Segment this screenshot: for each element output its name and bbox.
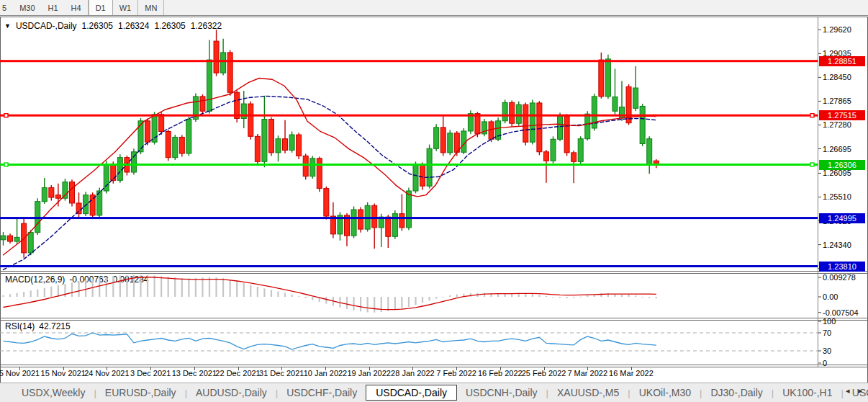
tab-scroll-left-icon[interactable]: ◂	[846, 386, 850, 396]
chart-tab-uk100-[interactable]: UK100-,H1	[774, 385, 841, 400]
macd-histogram-bar	[546, 296, 547, 297]
macd-histogram-bar	[181, 278, 183, 297]
candle	[42, 178, 47, 204]
macd-histogram-bar	[642, 297, 643, 298]
macd-tick-label: -0.007504	[823, 308, 859, 317]
tab-scroll-right-icon[interactable]: ▸	[858, 386, 862, 396]
horizontal-level-line[interactable]	[0, 164, 818, 166]
date-label: 10 Jan 2022	[304, 369, 348, 378]
candle	[8, 233, 13, 244]
macd-histogram-bar	[387, 297, 389, 311]
candle	[399, 195, 404, 231]
horizontal-level-line[interactable]	[0, 60, 818, 62]
date-label: 28 Jan 2022	[391, 369, 435, 378]
candle	[338, 212, 343, 241]
timeframe-button-m30[interactable]: M30	[13, 0, 41, 15]
chart-tab-xauusd-[interactable]: XAUUSD-,M5	[548, 385, 628, 400]
candle	[516, 102, 521, 126]
candle	[35, 198, 40, 235]
candle	[303, 154, 308, 180]
macd-histogram-bar	[154, 275, 155, 297]
timeframe-button-mn[interactable]: MN	[138, 0, 163, 15]
chart-tab-usdx[interactable]: USDX,Weekly	[13, 385, 94, 400]
chart-tab-usdcnh-[interactable]: USDCNH-,Daily	[457, 385, 546, 400]
rsi-chart-canvas[interactable]	[0, 320, 868, 365]
date-label: 5 Nov 2021	[0, 369, 40, 378]
macd-histogram-bar	[119, 275, 121, 297]
date-label: 31 Dec 2021	[259, 369, 304, 378]
candle	[214, 30, 219, 76]
candle	[235, 90, 240, 122]
candle	[173, 135, 178, 160]
price-line-badge: 1.28851	[819, 56, 865, 66]
timeframe-button-w1[interactable]: W1	[113, 0, 138, 15]
macd-histogram-bar	[209, 277, 210, 297]
macd-signal-line	[4, 277, 656, 310]
candle	[49, 185, 54, 200]
rsi-line	[4, 333, 656, 349]
chart-tab-eurusd-[interactable]: EURUSD-,Daily	[96, 385, 185, 400]
candle	[90, 192, 95, 218]
candle	[55, 184, 60, 207]
pane-separator[interactable]	[0, 271, 868, 272]
line-handle[interactable]	[810, 163, 814, 166]
candle	[440, 115, 446, 156]
chart-tab-usdcad-[interactable]: USDCAD-,Daily	[366, 385, 457, 401]
candle	[413, 161, 418, 193]
candle	[496, 117, 501, 141]
timeframe-button-5[interactable]: 5	[0, 0, 13, 15]
macd-histogram-bar	[367, 297, 369, 312]
date-label: 19 Jan 2022	[347, 369, 391, 378]
macd-tick-label: 0.00	[823, 292, 838, 301]
line-handle[interactable]	[810, 114, 814, 117]
timeframe-button-d1[interactable]: D1	[89, 0, 113, 15]
macd-histogram-bar	[250, 285, 251, 297]
macd-tick-label: 0.009278	[823, 273, 856, 282]
macd-histogram-bar	[587, 295, 588, 297]
rsi-tick-label: 100	[823, 317, 836, 326]
date-label: 22 Dec 2021	[215, 369, 260, 378]
candle	[268, 117, 273, 156]
macd-histogram-bar	[263, 288, 265, 297]
price-tick-label: 1.27865	[823, 97, 851, 105]
candle	[461, 128, 466, 154]
pane-separator	[0, 320, 868, 321]
date-label: 25 Feb 2022	[522, 369, 566, 378]
timeframe-button-h1[interactable]: H1	[42, 0, 65, 15]
macd-histogram-bar	[552, 297, 553, 298]
macd-histogram-bar	[298, 296, 299, 297]
chart-tab-usdchf-[interactable]: USDCHF-,Daily	[278, 385, 366, 400]
macd-histogram-bar	[573, 297, 574, 298]
price-chart-canvas[interactable]	[0, 17, 868, 271]
candle	[578, 136, 583, 164]
macd-histogram-bar	[401, 297, 402, 308]
macd-chart-canvas[interactable]	[0, 273, 868, 318]
line-handle[interactable]	[4, 163, 8, 166]
candle	[372, 204, 377, 249]
macd-histogram-bar	[635, 295, 636, 297]
date-label: 7 Feb 2022	[436, 369, 476, 378]
timeframe-button-h4[interactable]: H4	[65, 0, 88, 15]
macd-histogram-bar	[656, 297, 657, 298]
macd-histogram-bar	[456, 295, 458, 297]
chart-tab-dj30-[interactable]: DJ30-,Daily	[702, 385, 771, 400]
candle	[241, 91, 246, 128]
price-tick-label: 1.24340	[823, 241, 851, 249]
candle	[530, 99, 535, 144]
chart-tab-audusd-[interactable]: AUDUSD-,Daily	[187, 385, 276, 400]
candle	[640, 104, 645, 146]
horizontal-level-line[interactable]	[0, 265, 818, 267]
candle	[207, 40, 212, 113]
macd-histogram-bar	[58, 285, 59, 297]
date-label: 16 Mar 2022	[609, 369, 654, 378]
macd-histogram-bar	[429, 297, 430, 301]
chart-tab-ukoil-[interactable]: UKOil-,M30	[630, 385, 700, 400]
horizontal-level-line[interactable]	[0, 217, 818, 219]
pane-separator[interactable]	[0, 318, 868, 318]
horizontal-level-line[interactable]	[0, 115, 818, 117]
macd-histogram-bar	[443, 297, 444, 298]
macd-histogram-bar	[374, 297, 375, 313]
chart-tab-bar: USDX,Weekly|EURUSD-,Daily|AUDUSD-,Daily|…	[0, 383, 868, 402]
line-handle[interactable]	[4, 114, 8, 117]
macd-histogram-bar	[174, 277, 176, 297]
